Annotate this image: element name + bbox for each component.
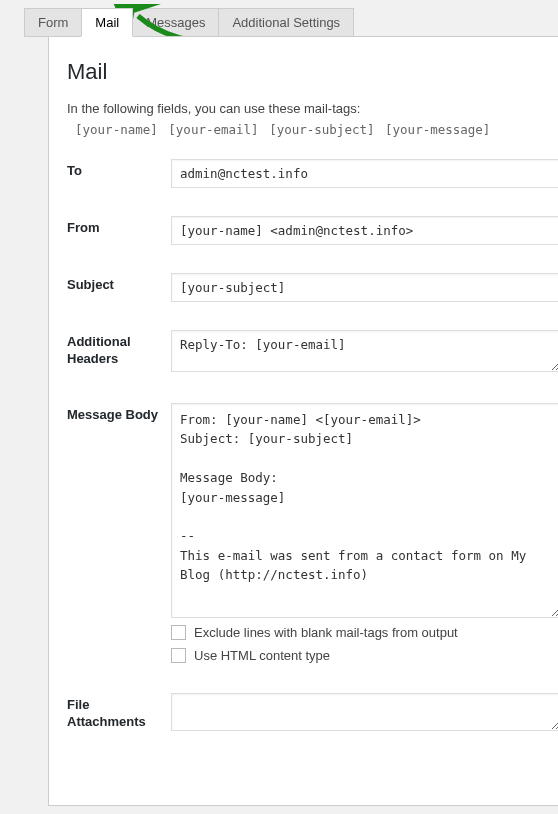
tab-form[interactable]: Form (24, 8, 82, 37)
to-input[interactable] (171, 159, 558, 188)
mail-tags-list: [your-name] [your-email] [your-subject] … (75, 122, 558, 137)
tab-mail[interactable]: Mail (81, 8, 133, 37)
tab-additional-settings[interactable]: Additional Settings (218, 8, 354, 37)
message-body-textarea[interactable] (171, 403, 558, 618)
from-input[interactable] (171, 216, 558, 245)
subject-input[interactable] (171, 273, 558, 302)
label-message-body: Message Body (67, 403, 171, 424)
exclude-blank-checkbox[interactable] (171, 625, 186, 640)
use-html-label: Use HTML content type (194, 648, 330, 663)
exclude-blank-label: Exclude lines with blank mail-tags from … (194, 625, 458, 640)
label-from: From (67, 216, 171, 237)
mail-panel: Mail In the following fields, you can us… (48, 36, 558, 806)
description-text: In the following fields, you can use the… (67, 101, 558, 116)
label-subject: Subject (67, 273, 171, 294)
additional-headers-textarea[interactable] (171, 330, 558, 372)
page-title: Mail (67, 59, 558, 85)
tab-bar: Form Mail Messages Additional Settings (24, 8, 558, 37)
file-attachments-textarea[interactable] (171, 693, 558, 731)
use-html-checkbox[interactable] (171, 648, 186, 663)
tab-messages[interactable]: Messages (132, 8, 219, 37)
label-file-attachments: File Attachments (67, 693, 171, 731)
label-to: To (67, 159, 171, 180)
label-additional-headers: Additional Headers (67, 330, 171, 368)
